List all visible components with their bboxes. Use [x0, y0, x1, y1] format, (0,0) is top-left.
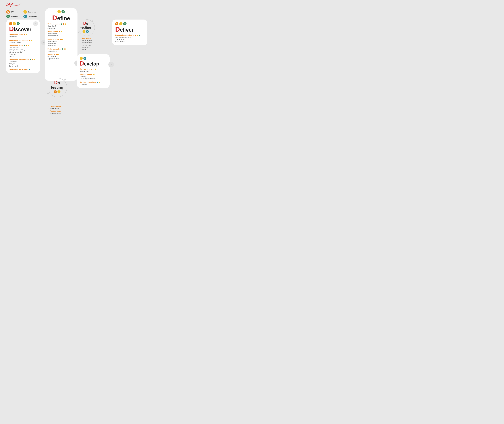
define-section-ux: Define UX UX principles Experience maps — [48, 53, 75, 60]
deliver-icon-planners — [123, 22, 126, 25]
develop-section-structure: Develop structure Sitemap detail — [80, 68, 107, 72]
svg-point-23 — [55, 91, 56, 92]
test-structure-label: Test structure — [50, 105, 76, 107]
designers-icon — [24, 10, 27, 14]
discover-section-requirements: Understand requirements Workshops Analyt… — [9, 59, 37, 67]
define-section-scope: Define scope Initial sitemap Initial tem… — [48, 31, 75, 37]
discover-icon-row — [9, 22, 37, 25]
discover-section-client: Understand client Site review — [9, 34, 37, 38]
define-section-structure: Define structure Hierarchy of requiremen… — [48, 23, 75, 29]
arrow-develop-deliver — [108, 62, 114, 67]
discover-competitors-text: Competitor review — [9, 41, 37, 44]
developers-icon — [24, 15, 27, 18]
develop-icon-designers — [80, 57, 83, 60]
deliver-icon-bas — [115, 22, 118, 25]
discover-title: Discover — [9, 25, 37, 32]
test-concepts-label: Test concepts — [50, 110, 76, 112]
do-testing-top-icon-designers — [82, 30, 85, 33]
svg-line-26 — [117, 24, 118, 24]
discover-icon-planners — [17, 22, 20, 25]
svg-point-25 — [116, 23, 117, 24]
user-testing-section: User testing Test: navigation, site expe… — [82, 37, 106, 50]
user-testing-label: User testing — [82, 37, 106, 39]
svg-line-19 — [87, 31, 87, 32]
discover-icon-designers — [13, 22, 16, 25]
legend-item-developers: Developers — [24, 15, 37, 18]
legend-item-bas: BA's — [6, 10, 20, 14]
svg-point-0 — [8, 11, 8, 12]
develop-icon-row — [80, 57, 107, 60]
do-testing-bottom-container: Do testing — [45, 76, 69, 102]
discover-card: Discover Understand client Site review U… — [6, 19, 40, 73]
developers-label: Developers — [28, 15, 37, 17]
test-structure-section: Test structure Card sorting — [50, 105, 76, 109]
discover-section-competitors: Understand competitors Competitor review — [9, 39, 37, 44]
test-concepts-section: Test concepts Concept testing — [50, 110, 76, 114]
planners-icon — [6, 15, 10, 18]
test-concepts-text: Concept testing — [50, 112, 76, 114]
do-testing-bottom-text: Do testing — [45, 80, 69, 93]
define-icon-planners — [62, 10, 65, 13]
deliver-section-communicate: Communicate decisions High fidelity wire… — [115, 34, 144, 43]
define-title: Define — [48, 14, 75, 21]
develop-icon-developers — [83, 57, 87, 60]
deliver-icon-row — [115, 22, 144, 25]
discover-client-text: Site review — [9, 36, 37, 38]
do-testing-top-text: Do testing — [76, 21, 96, 33]
define-section-scenarios: Define scenarios Process flows — [48, 48, 75, 52]
svg-line-8 — [11, 24, 11, 24]
develop-title: Develop — [80, 61, 107, 67]
svg-line-24 — [56, 92, 56, 93]
svg-line-20 — [85, 58, 85, 59]
svg-line-6 — [25, 16, 25, 17]
bas-label: BA's — [11, 11, 14, 13]
define-icon-row — [48, 10, 75, 13]
legend-item-planners: Planners — [6, 15, 20, 18]
do-testing-top-container: Do testing — [76, 18, 96, 39]
do-testing-top-icon-developers — [86, 30, 89, 33]
user-testing-text: Test: navigation, site experience, user … — [82, 40, 106, 50]
logo-trademark: ™ — [20, 3, 22, 5]
legend-item-designers: Designers — [24, 10, 37, 14]
deliver-card: Deliver Communicate decisions High fidel… — [112, 19, 147, 45]
logo-text: Digiteum — [6, 3, 20, 7]
svg-point-7 — [10, 23, 11, 24]
deliver-icon-designers — [119, 22, 123, 25]
test-sections: Test structure Card sorting Test concept… — [50, 105, 76, 114]
bas-icon — [6, 10, 10, 14]
define-card: Define Define structure Hierarchy of req… — [45, 7, 77, 81]
define-icon-designers — [57, 10, 61, 13]
discover-section-users: Understand users User research (surveys,… — [9, 45, 37, 57]
test-structure-text: Card sorting — [50, 107, 76, 109]
logo: Digiteum™ — [6, 3, 22, 7]
define-section-process: Define process List templates List modul… — [48, 38, 75, 47]
develop-section-layouts: Develop layouts Sketching Low fidelity w… — [80, 74, 107, 80]
develop-section-interactions: Develop interactions Prototyping — [80, 81, 107, 85]
designers-label: Designers — [28, 11, 36, 13]
deliver-title: Deliver — [115, 26, 144, 33]
discover-section-restrictions: Understand restrictions — [9, 69, 37, 70]
planners-label: Planners — [11, 15, 18, 17]
discover-expand-button[interactable] — [33, 21, 38, 26]
legend: BA's Designers Planners — [6, 10, 37, 18]
do-testing-bottom-icon-designers — [57, 90, 61, 93]
develop-card: Develop Develop structure Sitemap detail… — [77, 54, 110, 88]
discover-icon-bas — [9, 22, 12, 25]
do-testing-bottom-icon-bas — [54, 90, 57, 93]
